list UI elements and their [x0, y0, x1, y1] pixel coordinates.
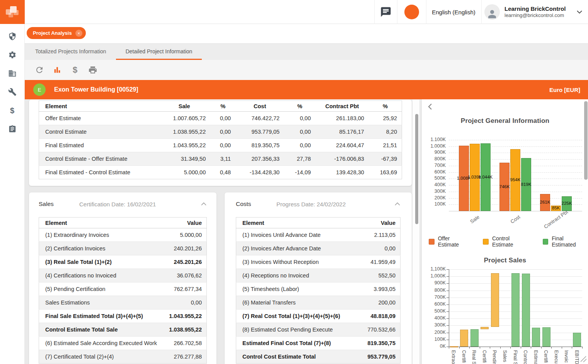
table-row: (6) Material Transfers200,00 [236, 296, 401, 310]
table-row: (4) Certifications no Invoiced36.076,62 [39, 269, 207, 282]
close-icon[interactable]: × [75, 30, 82, 37]
refresh-button[interactable] [34, 65, 45, 75]
window-tab-project-analysis[interactable]: Project Analysis × [27, 27, 86, 39]
currency-button[interactable]: $ [70, 65, 80, 75]
toolbar: $ [25, 60, 588, 80]
summary-card: ElementSale%Cost%Contract Pbt% Offer Est… [29, 100, 412, 186]
sidebar-item-settings[interactable] [5, 47, 20, 63]
printer-icon [88, 65, 97, 75]
cell-value: 552,50 [358, 269, 400, 282]
costs-section-header: Costs Progress Date: 24/02/2022 [236, 199, 401, 209]
page-scrollbar-thumb[interactable] [584, 101, 588, 180]
costs-table: ElementValue (1) Invoices Until Advance … [236, 217, 401, 364]
x-axis-tick [572, 347, 572, 349]
print-button[interactable] [87, 65, 98, 75]
x-axis-tick [541, 347, 542, 349]
row-label: (6) Estimated Sale According Executed Wo… [39, 337, 164, 350]
row-label: Control Estimate Total Sale [39, 323, 164, 337]
row-label: (5) Pending Certification [39, 282, 164, 296]
x-axis-line [449, 347, 582, 347]
column-header: Cost [235, 101, 284, 112]
language-selector[interactable]: English (English) [426, 0, 481, 24]
x-axis-tick [551, 347, 552, 349]
legend-item[interactable]: Offer Estimate [429, 235, 471, 248]
status-circle-button[interactable] [397, 0, 426, 24]
sidebar-item-tools[interactable] [5, 84, 20, 100]
user-email: learning@brickcontrol.com [504, 12, 566, 19]
legend-label: Control Estimate [492, 235, 531, 248]
chart-bar [522, 274, 530, 347]
cell-value: 0,48 [210, 166, 235, 179]
project-currency: Euro [EUR] [549, 87, 580, 93]
x-axis-tick [490, 347, 490, 349]
y-axis-tick-label: 200K [422, 330, 446, 335]
x-axis-tick [531, 347, 531, 349]
tab-label: Detailed Project Information [126, 48, 193, 54]
y-axis-line [449, 269, 449, 347]
costs-table-header: ElementValue [236, 218, 401, 228]
column-header: % [284, 101, 315, 112]
tab-totalized-projects-information[interactable]: Totalized Projects Information [26, 44, 116, 60]
project-initial-badge: E [33, 83, 46, 96]
row-label: Control Estimate [39, 125, 159, 139]
cell-value: 0,00 [164, 296, 206, 310]
table-row: (4) Receptions no Invoiced552,50 [236, 269, 401, 282]
cell-value: 3.993,05 [358, 282, 400, 296]
cell-value: 85.176,17 [315, 125, 369, 139]
collapse-costs-button[interactable] [394, 202, 401, 206]
chat-button[interactable] [374, 0, 397, 24]
legend-item[interactable]: Control Estimate [483, 235, 531, 248]
x-axis-category-label: Estima [533, 350, 539, 364]
sidebar-item-company[interactable] [5, 66, 20, 81]
chevron-down-icon[interactable] [576, 9, 583, 15]
sales-title: Sales [39, 201, 79, 208]
column-header: Element [39, 101, 159, 112]
gridline [449, 140, 582, 140]
costs-card: Costs Progress Date: 24/02/2022 ElementV… [225, 192, 412, 364]
topbar: English (English) Learning BrickControl … [0, 0, 588, 24]
collapse-panel-button[interactable] [426, 102, 434, 111]
resize-grip[interactable] [578, 354, 587, 362]
tab-detailed-project-information[interactable]: Detailed Project Information [116, 44, 202, 60]
cell-value: 36.076,62 [164, 269, 206, 282]
user-menu[interactable]: Learning BrickControl learning@brickcont… [481, 0, 588, 24]
cell-value: 0,00 [358, 242, 400, 255]
row-label: Offer Estimate [39, 112, 159, 125]
chart-bar [481, 327, 489, 330]
cell-value: 48.818,09 [358, 310, 400, 323]
chart-bar [542, 327, 551, 347]
cell-value: 25,92 [369, 112, 402, 125]
sidebar-item-reports[interactable] [5, 121, 20, 137]
x-axis-category-label: Real S [471, 350, 477, 364]
bar-value-label: 225K [562, 201, 572, 206]
sidebar-item-finance[interactable]: $ [5, 103, 20, 118]
table-row: (1) Extraordinary Invoices5.000,00 [39, 228, 207, 242]
table-row: Offer Estimate1.007.605,720,00746.422,72… [39, 112, 402, 125]
cell-value: 0,00 [284, 125, 315, 139]
sidebar-item-security[interactable] [5, 29, 20, 44]
cell-value: 266.702,58 [164, 337, 206, 350]
table-row: (5) Timesheets (Labor)3.993,05 [236, 282, 401, 296]
table-row: Final Sale Estimated Total (3)+(4)+(5)1.… [39, 310, 207, 323]
row-label: (4) Certifications no Invoiced [39, 269, 164, 282]
chevron-up-icon [394, 202, 401, 206]
row-label: Final Estimated - Control Estimate [39, 166, 159, 179]
collapse-sales-button[interactable] [201, 202, 207, 206]
cell-value: 746.422,72 [235, 112, 284, 125]
bar-value-label: 954K [510, 177, 521, 182]
legend-item[interactable]: Final Estimated [543, 235, 588, 248]
cell-value: 3,11 [210, 152, 235, 166]
brickcontrol-logo[interactable] [0, 0, 25, 24]
x-axis-tick [562, 347, 562, 349]
chart-view-button[interactable] [52, 65, 63, 75]
summary-table: ElementSale%Cost%Contract Pbt% Offer Est… [39, 100, 402, 179]
wrench-icon [8, 88, 17, 96]
row-label: Control Estimate - Offer Estimate [39, 152, 159, 166]
content-scrollbar-thumb[interactable] [415, 114, 418, 224]
table-row: Control Estimate1.038.955,220,00953.779,… [39, 125, 402, 139]
project-title: Exon Tower Building [00529] [54, 86, 138, 93]
table-row: (6) Estimated Sale According Executed Wo… [39, 337, 207, 350]
y-axis-tick-label: 500K [422, 308, 446, 314]
cell-value: 27,78 [284, 152, 315, 166]
sales-section-header: Sales Certification Date: 16/02/2021 [39, 199, 207, 209]
